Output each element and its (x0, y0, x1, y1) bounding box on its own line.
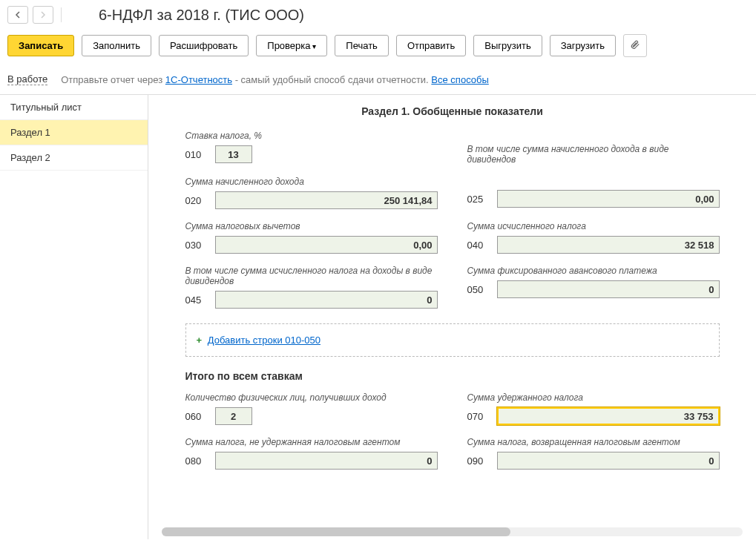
attach-button[interactable] (623, 34, 647, 57)
code-025: 025 (467, 194, 490, 205)
scrollbar-thumb[interactable] (162, 527, 510, 536)
fill-button[interactable]: Заполнить (82, 35, 151, 56)
field-080[interactable]: 0 (215, 452, 438, 470)
content-area: Раздел 1. Обобщенные показатели Ставка н… (148, 95, 756, 539)
label-050: Сумма фиксированного авансового платежа (467, 266, 720, 276)
code-045: 045 (185, 294, 208, 306)
code-060: 060 (185, 411, 208, 422)
print-button[interactable]: Печать (335, 35, 389, 56)
label-070: Сумма удержанного налога (467, 392, 720, 403)
check-button[interactable]: Проверка (256, 35, 327, 56)
add-rows-link[interactable]: Добавить строки 010-050 (208, 335, 321, 346)
decode-button[interactable]: Расшифровать (159, 35, 249, 56)
export-button[interactable]: Выгрузить (473, 35, 542, 56)
link-1c[interactable]: 1С-Отчетность (165, 74, 232, 85)
label-040: Сумма исчисленного налога (467, 221, 720, 231)
sidebar-item-section-2[interactable]: Раздел 2 (0, 145, 148, 171)
add-rows-box: + Добавить строки 010-050 (185, 323, 720, 357)
link-all-methods[interactable]: Все способы (431, 74, 488, 85)
code-010: 010 (185, 149, 208, 160)
field-090[interactable]: 0 (497, 452, 720, 470)
label-rate: Ставка налога, % (185, 131, 438, 141)
code-080: 080 (185, 455, 208, 467)
sidebar-item-title-page[interactable]: Титульный лист (0, 95, 148, 120)
label-090: Сумма налога, возвращенная налоговым аге… (467, 437, 720, 447)
field-030[interactable]: 0,00 (215, 236, 438, 254)
status-badge[interactable]: В работе (7, 73, 47, 85)
send-button[interactable]: Отправить (396, 35, 466, 56)
section-heading: Раздел 1. Обобщенные показатели (162, 105, 743, 117)
import-button[interactable]: Загрузить (550, 35, 616, 56)
field-060[interactable]: 2 (215, 407, 252, 425)
code-070: 070 (467, 411, 490, 422)
code-030: 030 (185, 240, 208, 251)
field-040[interactable]: 32 518 (497, 236, 720, 254)
back-button[interactable] (7, 6, 28, 24)
label-060: Количество физических лиц, получивших до… (185, 392, 438, 403)
code-090: 090 (467, 455, 490, 467)
field-025[interactable]: 0,00 (497, 190, 720, 208)
totals-heading: Итого по всем ставкам (185, 370, 720, 382)
code-050: 050 (467, 284, 490, 295)
field-050[interactable]: 0 (497, 280, 720, 298)
forward-button[interactable] (33, 6, 53, 24)
plus-icon: + (197, 335, 203, 346)
code-020: 020 (185, 195, 208, 206)
save-button[interactable]: Записать (7, 35, 74, 56)
field-020[interactable]: 250 141,84 (215, 191, 438, 209)
code-040: 040 (467, 240, 490, 251)
label-030: Сумма налоговых вычетов (185, 221, 438, 231)
label-080: Сумма налога, не удержанная налоговым аг… (185, 437, 438, 447)
horizontal-scrollbar[interactable] (162, 527, 743, 536)
status-text: Отправьте отчет через 1С-Отчетность - са… (61, 74, 489, 85)
sidebar-item-section-1[interactable]: Раздел 1 (0, 120, 148, 145)
field-010[interactable]: 13 (215, 145, 252, 163)
field-070[interactable]: 33 753 (497, 407, 720, 425)
label-020: Сумма начисленного дохода (185, 177, 438, 187)
page-title: 6-НДФЛ за 2018 г. (ТИС ООО) (99, 7, 304, 24)
field-045[interactable]: 0 (215, 291, 438, 309)
sidebar: Титульный лист Раздел 1 Раздел 2 (0, 95, 148, 539)
label-025: В том числе сумма начисленного дохода в … (467, 144, 720, 165)
label-045: В том числе сумма исчисленного налога на… (185, 266, 438, 286)
